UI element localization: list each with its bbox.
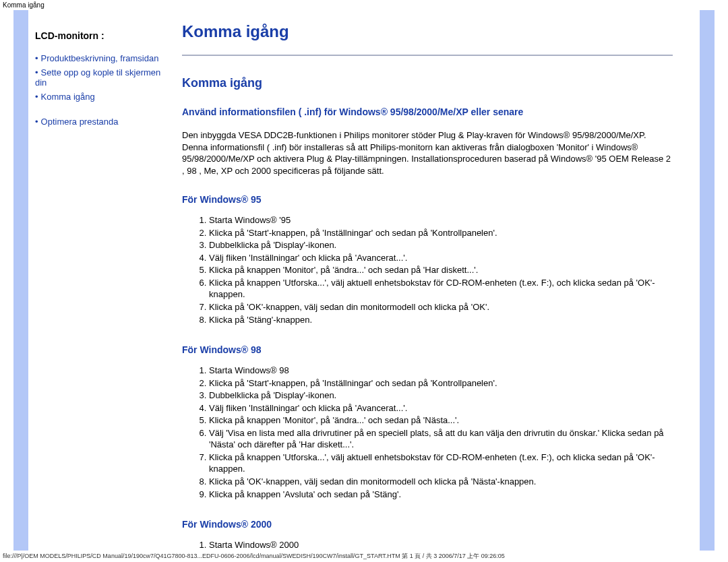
left-accent-bar <box>13 10 28 562</box>
sidebar-link-sette-opp[interactable]: Sette opp og kople til skjermen din <box>35 67 160 88</box>
step-item: Klicka på 'OK'-knappen, välj sedan din m… <box>209 301 673 313</box>
step-item: Klicka på 'Start'-knappen, på 'Inställni… <box>209 377 673 389</box>
right-accent-bar <box>700 10 715 562</box>
sidebar-nav: •Produktbeskrivning, framsidan •Sette op… <box>35 53 170 127</box>
intro-paragraph: Den inbyggda VESA DDC2B-funktionen i Phi… <box>182 129 673 177</box>
sidebar-item: •Optimera prestanda <box>35 117 170 127</box>
step-item: Välj 'Visa en lista med alla drivrutiner… <box>209 427 673 451</box>
footer-file-path: file:///P|/OEM MODELS/PHILIPS/CD Manual/… <box>0 551 728 562</box>
bullet-icon: • <box>35 53 38 63</box>
step-item: Dubbelklicka på 'Display'-ikonen. <box>209 389 673 402</box>
horizontal-rule <box>182 55 673 56</box>
step-item: Klicka på knappen 'Utforska...', välj ak… <box>209 277 673 301</box>
section-label-win95: För Windows® 95 <box>182 194 673 205</box>
windows-98-section: För Windows® 98 Starta Windows® 98 Klick… <box>182 344 673 500</box>
sidebar-link-komma-igang[interactable]: Komma igång <box>41 92 95 102</box>
windows-95-section: För Windows® 95 Starta Windows® '95 Klic… <box>182 194 673 325</box>
header-breadcrumb: Komma igång <box>0 0 728 10</box>
steps-win95: Starta Windows® '95 Klicka på 'Start'-kn… <box>182 214 673 325</box>
sidebar-link-optimera[interactable]: Optimera prestanda <box>41 117 119 127</box>
sidebar-heading: LCD-monitorn : <box>35 30 170 41</box>
page-title: Komma igång <box>182 22 673 41</box>
sidebar-item: •Produktbeskrivning, framsidan <box>35 53 170 63</box>
step-item: Dubbelklicka på 'Display'-ikonen. <box>209 239 673 251</box>
step-item: Klicka på 'Start'-knappen, på 'Inställni… <box>209 227 673 239</box>
steps-win98: Starta Windows® 98 Klicka på 'Start'-kna… <box>182 365 673 500</box>
main-content: Komma igång Komma igång Använd informati… <box>177 10 700 562</box>
step-item: Klicka på 'OK'-knappen, välj sedan din m… <box>209 476 673 488</box>
step-item: Klicka på 'Stäng'-knappen. <box>209 314 673 326</box>
bullet-icon: • <box>35 92 38 102</box>
section-label-win2000: För Windows® 2000 <box>182 519 673 530</box>
step-item: Välj fliken 'Inställningar' och klicka p… <box>209 402 673 414</box>
step-item: Klicka på knappen 'Avsluta' och sedan på… <box>209 489 673 501</box>
step-item: Klicka på knappen 'Utforska...', välj ak… <box>209 451 673 475</box>
section-title: Komma igång <box>182 76 673 90</box>
section-subhead: Använd informationsfilen ( .inf) för Win… <box>182 106 673 117</box>
sidebar-item: •Sette opp og kople til skjermen din <box>35 67 170 88</box>
sidebar-link-produktbeskrivning[interactable]: Produktbeskrivning, framsidan <box>41 53 159 63</box>
step-item: Starta Windows® 2000 <box>209 539 673 551</box>
step-item: Starta Windows® 98 <box>209 365 673 377</box>
sidebar-item: •Komma igång <box>35 92 170 102</box>
sidebar-spacer <box>35 106 170 113</box>
step-item: Klicka på knappen 'Monitor', på 'ändra..… <box>209 264 673 276</box>
sidebar: LCD-monitorn : •Produktbeskrivning, fram… <box>28 10 177 562</box>
section-label-win98: För Windows® 98 <box>182 344 673 355</box>
step-item: Välj fliken 'Inställningar' och klicka p… <box>209 252 673 264</box>
bullet-icon: • <box>35 117 38 127</box>
step-item: Klicka på knappen 'Monitor', på 'ändra..… <box>209 414 673 427</box>
step-item: Starta Windows® '95 <box>209 214 673 226</box>
page-body: LCD-monitorn : •Produktbeskrivning, fram… <box>0 10 728 562</box>
bullet-icon: • <box>35 67 38 77</box>
